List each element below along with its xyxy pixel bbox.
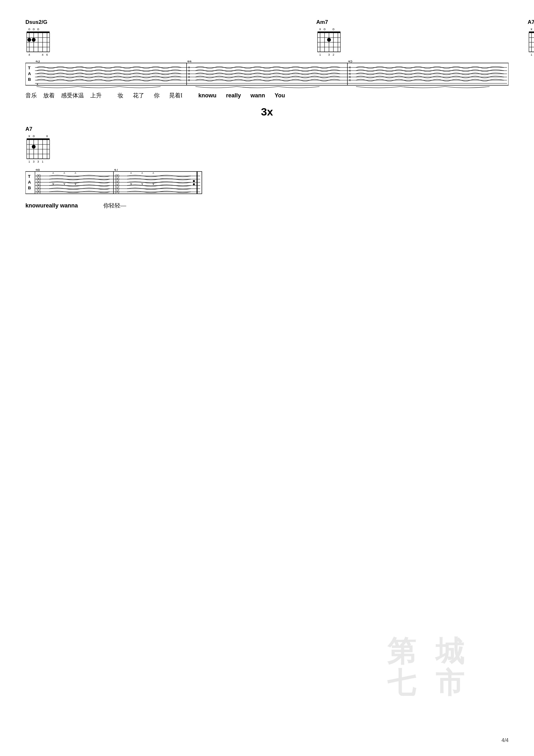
svg-text:T: T xyxy=(28,174,31,179)
tab-staff-row1: T A B 43 44 45 xyxy=(25,61,509,89)
svg-text:6: 6 xyxy=(46,53,48,56)
svg-text:x: x xyxy=(37,82,38,86)
svg-text:A: A xyxy=(28,71,31,76)
svg-text:v: v xyxy=(75,182,76,185)
chord-name-a7-2: A7 xyxy=(25,126,509,132)
svg-text:v: v xyxy=(64,182,65,185)
svg-text:^: ^ xyxy=(75,172,76,176)
chord-a7: A7 x o x xyxy=(528,19,534,58)
svg-text:A: A xyxy=(28,180,31,184)
lyric-1: 音乐 xyxy=(25,92,37,99)
svg-point-119 xyxy=(193,180,195,182)
svg-text:4: 4 xyxy=(28,53,30,56)
lyric-4: 上升 xyxy=(90,92,102,99)
lyric-10: really xyxy=(226,92,241,99)
svg-text:46: 46 xyxy=(36,169,40,172)
svg-text:^: ^ xyxy=(64,172,65,176)
svg-point-35 xyxy=(327,38,331,42)
svg-text:o: o xyxy=(33,27,35,31)
svg-text:x: x xyxy=(530,27,532,31)
watermark: 第 城 七 市 xyxy=(387,636,471,699)
svg-text:o: o xyxy=(333,27,334,31)
svg-text:4: 4 xyxy=(42,53,43,56)
svg-text:^: ^ xyxy=(153,172,154,176)
chord-name-dsus2g: Dsus2/G xyxy=(25,19,54,25)
chord-dsus2g: Dsus2/G o o o xyxy=(25,19,54,58)
tab-svg-row1: T A B 43 44 45 xyxy=(25,61,509,89)
svg-point-16 xyxy=(32,38,36,42)
lyrics-row1: 音乐 放着 感受体温 上升 妆 花了 你 晃着I knowu really wa… xyxy=(25,92,509,99)
lyric-11: wann xyxy=(250,92,265,99)
svg-text:x: x xyxy=(28,134,30,138)
svg-text:v: v xyxy=(153,182,154,185)
section2: A7 x o x xyxy=(25,126,509,209)
tab-staff-row2: T A B 46 47 xyxy=(25,169,509,198)
chord-diagram-am7: x o o 1 xyxy=(316,26,345,57)
lyrics-row2: knowureally wanna 你轻轻— xyxy=(25,202,509,209)
svg-text:^: ^ xyxy=(52,172,54,176)
chord-diagram-dsus2g: o o o xyxy=(25,26,54,57)
tab-svg-row2: T A B 46 47 xyxy=(25,169,203,198)
svg-text:(X): (X) xyxy=(115,190,119,194)
svg-text:47: 47 xyxy=(114,169,118,172)
svg-text:x: x xyxy=(319,27,321,31)
lyric-3: 感受体温 xyxy=(61,92,84,99)
chord-name-a7: A7 xyxy=(528,19,534,25)
svg-text:B: B xyxy=(28,185,31,190)
svg-text:o: o xyxy=(37,27,39,31)
svg-text:44: 44 xyxy=(187,61,192,63)
lyric-12: You xyxy=(275,92,285,99)
chord-a7-row2: A7 x o x xyxy=(25,126,509,165)
svg-text:(X): (X) xyxy=(37,190,41,194)
svg-text:v: v xyxy=(141,182,143,185)
svg-text:^: ^ xyxy=(130,172,132,176)
svg-point-120 xyxy=(193,183,195,185)
svg-text:T: T xyxy=(28,66,31,70)
lyric-r2-1: knowureally wanna xyxy=(25,202,78,209)
chord-diagrams-row1: Dsus2/G o o o xyxy=(25,19,509,58)
chord-name-am7: Am7 xyxy=(316,19,345,25)
repeat-marker: 3x xyxy=(25,106,509,118)
lyric-9: knowu xyxy=(198,92,216,99)
svg-text:3: 3 xyxy=(328,53,330,56)
svg-text:45: 45 xyxy=(348,61,352,63)
svg-text:x: x xyxy=(188,78,190,82)
chord-am7: Am7 x o o xyxy=(316,19,345,58)
svg-text:1: 1 xyxy=(319,53,321,56)
lyric-6: 花了 xyxy=(133,92,144,99)
svg-text:B: B xyxy=(28,77,31,82)
lyric-r2-2: 你轻轻— xyxy=(103,202,126,209)
svg-point-15 xyxy=(27,38,31,42)
svg-text:43: 43 xyxy=(36,61,40,63)
svg-text:o: o xyxy=(323,27,325,31)
svg-text:o: o xyxy=(33,134,35,138)
lyric-8: 晃着I xyxy=(169,92,183,99)
svg-text:3: 3 xyxy=(33,160,34,163)
svg-text:1: 1 xyxy=(42,160,43,163)
svg-rect-88 xyxy=(27,138,50,140)
lyric-5: 妆 xyxy=(117,92,123,99)
lyric-7: 你 xyxy=(154,92,160,99)
svg-text:x: x xyxy=(46,134,48,138)
chord-diagram-a7-2: x o x 1 xyxy=(25,133,54,164)
svg-point-100 xyxy=(32,145,36,148)
svg-text:x: x xyxy=(349,78,351,82)
svg-text:o: o xyxy=(28,27,30,31)
lyric-2: 放着 xyxy=(43,92,55,99)
svg-text:1: 1 xyxy=(28,160,30,163)
svg-text:2: 2 xyxy=(333,53,334,56)
chord-diagram-a7: x o x 1 xyxy=(528,26,534,57)
page-number: 4/4 xyxy=(501,738,509,743)
svg-text:^: ^ xyxy=(141,172,143,176)
svg-text:3: 3 xyxy=(37,160,39,163)
svg-text:1: 1 xyxy=(530,53,532,56)
page: Dsus2/G o o o xyxy=(0,0,534,756)
